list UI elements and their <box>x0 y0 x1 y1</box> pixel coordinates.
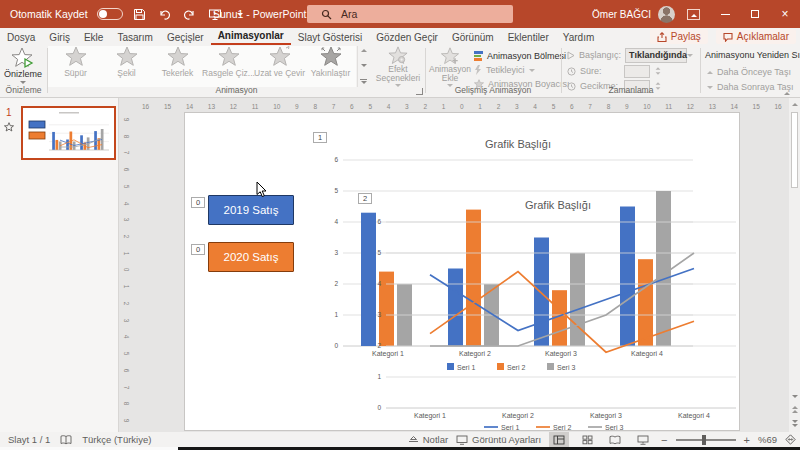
svg-text:2: 2 <box>377 342 381 349</box>
slideshow-view-button[interactable] <box>633 432 653 447</box>
svg-text:0: 0 <box>377 404 381 411</box>
minimize-button[interactable] <box>710 0 740 28</box>
tab-dosya[interactable]: Dosya <box>0 28 42 45</box>
ruler-number: 16 <box>142 103 149 110</box>
ruler-number: 13 <box>709 103 716 110</box>
tab-eklentiler[interactable]: Eklentiler <box>501 28 556 45</box>
ruler-number: 3 <box>124 218 131 222</box>
line-chart-object[interactable]: 0123456Kategori 1Kategori 2Kategori 3Kat… <box>351 189 743 437</box>
slide-thumbnail[interactable] <box>21 106 116 160</box>
zoom-level[interactable]: %69 <box>758 434 777 445</box>
gallery-item-rasgele-ciz[interactable]: Rasgele Çiz... <box>203 46 254 84</box>
collapse-ribbon-icon[interactable] <box>784 87 790 97</box>
ruler-number: 0 <box>124 268 131 272</box>
tab-ekle[interactable]: Ekle <box>77 28 110 45</box>
user-name[interactable]: Ömer BAĞCI <box>592 9 651 20</box>
animation-star-icon <box>65 46 87 67</box>
svg-text:1: 1 <box>377 373 381 380</box>
tab-gecisler[interactable]: Geçişler <box>160 28 211 45</box>
effect-options-button[interactable]: Efekt Seçenekleri <box>372 46 424 90</box>
animation-order-badge[interactable]: 1 <box>313 132 327 143</box>
gallery-scroll-down-icon[interactable] <box>361 64 367 67</box>
move-later-button[interactable]: Daha Sonraya Taşı <box>707 80 793 94</box>
language-indicator[interactable]: Türkçe (Türkiye) <box>82 434 151 445</box>
undo-icon[interactable] <box>157 6 173 22</box>
add-animation-button[interactable]: Animasyon Ekle <box>428 47 472 87</box>
save-icon[interactable] <box>132 6 148 22</box>
duration-spinner[interactable] <box>655 67 661 75</box>
share-icon <box>657 32 667 42</box>
slide-sorter-view-button[interactable] <box>577 432 597 447</box>
gallery-scroll-up-icon[interactable] <box>361 49 367 52</box>
scroll-down-icon[interactable] <box>789 391 800 402</box>
redo-icon[interactable] <box>182 6 198 22</box>
ribbon-display-options-icon[interactable] <box>687 9 700 20</box>
svg-text:5: 5 <box>334 187 338 194</box>
notes-button[interactable]: Notlar <box>408 434 448 445</box>
normal-view-button[interactable] <box>549 432 569 447</box>
vertical-scrollbar[interactable] <box>789 98 800 432</box>
share-button[interactable]: Paylaş <box>650 29 708 44</box>
start-dropdown[interactable]: Tıklandığında <box>625 48 687 63</box>
document-title: Sunu1 - PowerPoint <box>213 8 306 20</box>
reading-view-button[interactable] <box>605 432 625 447</box>
zoom-slider[interactable] <box>676 439 736 441</box>
search-placeholder: Ara <box>341 8 357 20</box>
animation-dialog-launcher-icon[interactable] <box>416 88 423 95</box>
gallery-more-icon[interactable] <box>360 79 367 84</box>
ruler-number: 2 <box>124 302 131 306</box>
restore-button[interactable] <box>740 0 770 28</box>
ruler-number: 4 <box>124 335 131 339</box>
notes-icon <box>408 435 419 444</box>
autosave-toggle[interactable] <box>97 8 123 20</box>
button-2020-satis[interactable]: 2020 Satış <box>208 242 294 272</box>
gallery-item-yakinlastir[interactable]: Yakınlaştır <box>305 46 356 84</box>
animation-order-badge[interactable]: 0 <box>191 244 205 255</box>
slide-indicator[interactable]: Slayt 1 / 1 <box>8 434 50 445</box>
gallery-item-sekil[interactable]: Şekil <box>101 46 152 84</box>
preview-button[interactable]: Önizleme <box>8 47 38 87</box>
powerpoint-window: Otomatik Kaydet Sunu1 - PowerPoint Ara Ö… <box>0 0 800 450</box>
user-avatar[interactable] <box>658 6 675 23</box>
gallery-item-tekerlek[interactable]: Tekerlek <box>152 46 203 84</box>
ruler-number: 12 <box>230 103 237 110</box>
ruler-number: 4 <box>533 103 537 110</box>
tab-tasarim[interactable]: Tasarım <box>110 28 160 45</box>
display-settings-button[interactable]: Görüntü Ayarları <box>456 434 541 445</box>
vertical-ruler: 9876543210123456789 <box>121 116 133 424</box>
previous-slide-icon[interactable] <box>789 404 800 415</box>
zoom-slider-thumb[interactable] <box>702 435 706 445</box>
animation-order-badge[interactable]: 0 <box>191 197 205 208</box>
tab-gorunum[interactable]: Görünüm <box>445 28 501 45</box>
animation-pane-button[interactable]: Animasyon Bölmesi <box>474 49 566 63</box>
comments-button[interactable]: Açıklamalar <box>716 29 796 44</box>
tab-gozden-gecir[interactable]: Gözden Geçir <box>369 28 445 45</box>
duration-input[interactable] <box>624 65 650 78</box>
animation-order-badge[interactable]: 2 <box>358 193 372 204</box>
gallery-item-uzat-ve-cevir[interactable]: Uzat ve Çevir <box>254 46 305 84</box>
slide-canvas[interactable]: 0123456Kategori 1Kategori 2Kategori 3Kat… <box>184 112 740 431</box>
add-animation-icon <box>440 47 460 65</box>
animation-indicator-star-icon[interactable] <box>4 122 14 132</box>
fit-to-window-icon[interactable] <box>785 434 796 445</box>
scrollbar-thumb[interactable] <box>791 112 798 188</box>
tab-slayt-gosterisi[interactable]: Slayt Gösterisi <box>291 28 369 45</box>
svg-text:Seri 3: Seri 3 <box>605 424 623 431</box>
search-input[interactable]: Ara <box>307 5 513 23</box>
zoom-in-button[interactable]: + <box>744 434 750 446</box>
gallery-item-supur[interactable]: Süpür <box>50 46 101 84</box>
button-2019-satis[interactable]: 2019 Satış <box>208 195 294 225</box>
zoom-out-button[interactable]: − <box>661 434 667 446</box>
tab-animasyonlar[interactable]: Animasyonlar <box>211 28 291 45</box>
next-slide-icon[interactable] <box>789 418 800 429</box>
slide-thumbnail-panel[interactable]: 1 <box>0 98 119 432</box>
tab-yardim[interactable]: Yardım <box>556 28 602 45</box>
close-button[interactable]: × <box>770 0 800 28</box>
trigger-button[interactable]: Tetikleyici <box>474 63 535 77</box>
reorder-title: Animasyonu Yeniden Sırala <box>705 50 800 60</box>
scroll-up-icon[interactable] <box>789 99 800 110</box>
tab-giris[interactable]: Giriş <box>42 28 77 45</box>
move-earlier-button[interactable]: Daha Önceye Taşı <box>707 65 791 79</box>
spellcheck-book-icon[interactable] <box>60 435 72 445</box>
ruler-number: 5 <box>124 185 131 189</box>
